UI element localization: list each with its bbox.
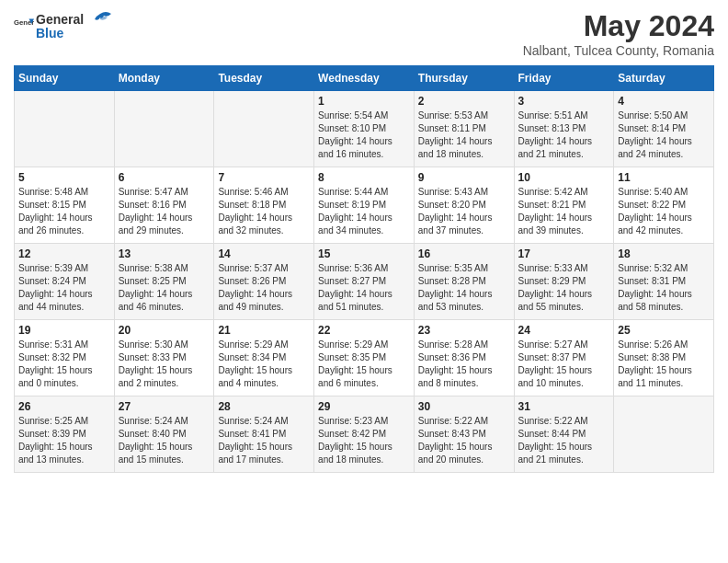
calendar-cell: 4Sunrise: 5:50 AM Sunset: 8:14 PM Daylig… [614, 91, 714, 167]
day-info: Sunrise: 5:54 AM Sunset: 8:10 PM Dayligh… [318, 109, 410, 161]
day-info: Sunrise: 5:38 AM Sunset: 8:25 PM Dayligh… [119, 262, 210, 314]
calendar-cell: 30Sunrise: 5:22 AM Sunset: 8:43 PM Dayli… [414, 396, 514, 473]
day-number: 9 [418, 171, 510, 184]
calendar-cell: 20Sunrise: 5:30 AM Sunset: 8:33 PM Dayli… [114, 320, 214, 396]
main-title: May 2024 [523, 9, 714, 43]
logo-icon: General [14, 15, 34, 35]
day-info: Sunrise: 5:27 AM Sunset: 8:37 PM Dayligh… [518, 339, 610, 390]
calendar-cell: 5Sunrise: 5:48 AM Sunset: 8:15 PM Daylig… [15, 167, 115, 244]
logo: General General Blue [14, 9, 113, 41]
day-info: Sunrise: 5:39 AM Sunset: 8:24 PM Dayligh… [18, 262, 110, 314]
col-tuesday: Tuesday [214, 66, 314, 91]
subtitle: Nalbant, Tulcea County, Romania [523, 43, 714, 58]
calendar-cell: 3Sunrise: 5:51 AM Sunset: 8:13 PM Daylig… [514, 91, 614, 167]
calendar-cell [114, 91, 214, 167]
calendar-week-5: 26Sunrise: 5:25 AM Sunset: 8:39 PM Dayli… [15, 396, 714, 473]
day-number: 7 [218, 171, 310, 184]
day-number: 3 [518, 95, 610, 108]
day-info: Sunrise: 5:32 AM Sunset: 8:31 PM Dayligh… [618, 262, 710, 314]
calendar-cell [214, 91, 314, 167]
calendar-cell: 7Sunrise: 5:46 AM Sunset: 8:18 PM Daylig… [214, 167, 314, 244]
day-number: 14 [218, 247, 310, 260]
day-number: 31 [518, 400, 610, 413]
calendar-cell: 19Sunrise: 5:31 AM Sunset: 8:32 PM Dayli… [15, 320, 115, 396]
header-row: Sunday Monday Tuesday Wednesday Thursday… [15, 66, 714, 91]
calendar-cell [614, 396, 714, 473]
calendar-header: Sunday Monday Tuesday Wednesday Thursday… [15, 66, 714, 91]
day-info: Sunrise: 5:43 AM Sunset: 8:20 PM Dayligh… [418, 186, 510, 237]
day-info: Sunrise: 5:29 AM Sunset: 8:34 PM Dayligh… [218, 339, 310, 390]
calendar-cell: 16Sunrise: 5:35 AM Sunset: 8:28 PM Dayli… [414, 244, 514, 320]
calendar-cell: 31Sunrise: 5:22 AM Sunset: 8:44 PM Dayli… [514, 396, 614, 473]
calendar-cell: 12Sunrise: 5:39 AM Sunset: 8:24 PM Dayli… [15, 244, 115, 320]
day-number: 5 [18, 171, 110, 184]
calendar-cell: 21Sunrise: 5:29 AM Sunset: 8:34 PM Dayli… [214, 320, 314, 396]
page: General General Blue May 2024 Nalbant, T… [0, 0, 728, 487]
calendar-week-3: 12Sunrise: 5:39 AM Sunset: 8:24 PM Dayli… [15, 244, 714, 320]
col-thursday: Thursday [414, 66, 514, 91]
day-number: 2 [418, 95, 510, 108]
calendar-cell: 15Sunrise: 5:36 AM Sunset: 8:27 PM Dayli… [314, 244, 415, 320]
logo-blue: Blue [36, 27, 84, 40]
day-info: Sunrise: 5:40 AM Sunset: 8:22 PM Dayligh… [618, 186, 710, 237]
day-number: 8 [318, 171, 410, 184]
calendar-cell: 25Sunrise: 5:26 AM Sunset: 8:38 PM Dayli… [614, 320, 714, 396]
day-info: Sunrise: 5:29 AM Sunset: 8:35 PM Dayligh… [318, 339, 410, 390]
day-info: Sunrise: 5:47 AM Sunset: 8:16 PM Dayligh… [119, 186, 210, 237]
day-number: 30 [418, 400, 510, 413]
day-number: 21 [218, 324, 310, 337]
calendar-cell: 13Sunrise: 5:38 AM Sunset: 8:25 PM Dayli… [114, 244, 214, 320]
day-number: 11 [618, 171, 710, 184]
col-friday: Friday [514, 66, 614, 91]
day-info: Sunrise: 5:48 AM Sunset: 8:15 PM Dayligh… [18, 186, 110, 237]
day-info: Sunrise: 5:28 AM Sunset: 8:36 PM Dayligh… [418, 339, 510, 390]
calendar-body: 1Sunrise: 5:54 AM Sunset: 8:10 PM Daylig… [15, 91, 714, 473]
day-number: 26 [18, 400, 110, 413]
day-number: 6 [119, 171, 210, 184]
title-block: May 2024 Nalbant, Tulcea County, Romania [523, 9, 714, 58]
calendar-cell: 11Sunrise: 5:40 AM Sunset: 8:22 PM Dayli… [614, 167, 714, 244]
day-info: Sunrise: 5:33 AM Sunset: 8:29 PM Dayligh… [518, 262, 610, 314]
day-info: Sunrise: 5:24 AM Sunset: 8:40 PM Dayligh… [119, 415, 210, 466]
day-number: 27 [119, 400, 210, 413]
day-info: Sunrise: 5:23 AM Sunset: 8:42 PM Dayligh… [318, 415, 410, 466]
day-info: Sunrise: 5:44 AM Sunset: 8:19 PM Dayligh… [318, 186, 410, 237]
calendar-cell: 14Sunrise: 5:37 AM Sunset: 8:26 PM Dayli… [214, 244, 314, 320]
day-number: 29 [318, 400, 410, 413]
day-info: Sunrise: 5:53 AM Sunset: 8:11 PM Dayligh… [418, 109, 510, 161]
calendar-cell: 18Sunrise: 5:32 AM Sunset: 8:31 PM Dayli… [614, 244, 714, 320]
day-number: 10 [518, 171, 610, 184]
day-info: Sunrise: 5:30 AM Sunset: 8:33 PM Dayligh… [119, 339, 210, 390]
day-number: 18 [618, 247, 710, 260]
day-number: 28 [218, 400, 310, 413]
calendar-cell: 24Sunrise: 5:27 AM Sunset: 8:37 PM Dayli… [514, 320, 614, 396]
day-number: 22 [318, 324, 410, 337]
day-info: Sunrise: 5:51 AM Sunset: 8:13 PM Dayligh… [518, 109, 610, 161]
day-info: Sunrise: 5:35 AM Sunset: 8:28 PM Dayligh… [418, 262, 510, 314]
calendar-cell: 28Sunrise: 5:24 AM Sunset: 8:41 PM Dayli… [214, 396, 314, 473]
day-number: 20 [119, 324, 210, 337]
header: General General Blue May 2024 Nalbant, T… [14, 9, 714, 58]
calendar-cell: 2Sunrise: 5:53 AM Sunset: 8:11 PM Daylig… [414, 91, 514, 167]
calendar-cell: 10Sunrise: 5:42 AM Sunset: 8:21 PM Dayli… [514, 167, 614, 244]
day-number: 15 [318, 247, 410, 260]
calendar-cell: 8Sunrise: 5:44 AM Sunset: 8:19 PM Daylig… [314, 167, 415, 244]
day-info: Sunrise: 5:31 AM Sunset: 8:32 PM Dayligh… [18, 339, 110, 390]
day-number: 24 [518, 324, 610, 337]
day-number: 17 [518, 247, 610, 260]
day-info: Sunrise: 5:24 AM Sunset: 8:41 PM Dayligh… [218, 415, 310, 466]
col-sunday: Sunday [15, 66, 115, 91]
calendar-week-1: 1Sunrise: 5:54 AM Sunset: 8:10 PM Daylig… [15, 91, 714, 167]
day-number: 12 [18, 247, 110, 260]
calendar-cell: 26Sunrise: 5:25 AM Sunset: 8:39 PM Dayli… [15, 396, 115, 473]
calendar-cell: 29Sunrise: 5:23 AM Sunset: 8:42 PM Dayli… [314, 396, 415, 473]
day-number: 16 [418, 247, 510, 260]
day-info: Sunrise: 5:50 AM Sunset: 8:14 PM Dayligh… [618, 109, 710, 161]
calendar-week-2: 5Sunrise: 5:48 AM Sunset: 8:15 PM Daylig… [15, 167, 714, 244]
day-number: 23 [418, 324, 510, 337]
day-number: 25 [618, 324, 710, 337]
day-info: Sunrise: 5:46 AM Sunset: 8:18 PM Dayligh… [218, 186, 310, 237]
col-saturday: Saturday [614, 66, 714, 91]
calendar-table: Sunday Monday Tuesday Wednesday Thursday… [14, 65, 714, 473]
calendar-cell: 9Sunrise: 5:43 AM Sunset: 8:20 PM Daylig… [414, 167, 514, 244]
